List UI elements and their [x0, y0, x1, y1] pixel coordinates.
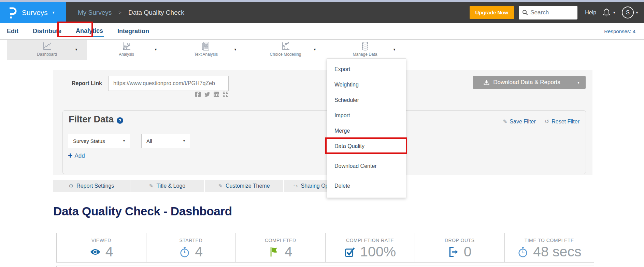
chevron-down-icon[interactable]: ▼: [234, 48, 237, 51]
menu-divider: [327, 156, 406, 156]
filter-field-select[interactable]: Survey Status ▼: [68, 134, 130, 148]
menu-item-merge[interactable]: Merge: [327, 123, 406, 138]
menu-item-download-center[interactable]: Download Center: [327, 158, 406, 174]
title-logo-label: Title & Logo: [156, 183, 185, 189]
chevron-down-icon: ▼: [613, 11, 616, 14]
logout-icon: [448, 246, 459, 258]
download-options-caret[interactable]: ▼: [571, 81, 586, 84]
menu-divider: [327, 176, 406, 176]
multi-line-chart-icon: [121, 41, 132, 51]
tab-choice-modelling[interactable]: Choice Modelling ▼: [246, 40, 325, 60]
tab-dashboard[interactable]: Dashboard ▼: [7, 40, 87, 60]
menu-item-import[interactable]: Import: [327, 108, 406, 123]
menu-item-delete[interactable]: Delete: [327, 178, 406, 193]
line-chart-icon: [42, 41, 52, 51]
qr-code-icon[interactable]: [223, 91, 229, 97]
breadcrumb-my-surveys[interactable]: My Surveys: [78, 9, 112, 16]
flag-icon: [269, 246, 280, 258]
survey-stats-row: VIEWED 4 STARTED 4: [56, 233, 594, 263]
breadcrumb: My Surveys > Data Quality Check: [78, 9, 184, 16]
stopwatch-icon: [517, 246, 529, 258]
reset-filter-label: Reset Filter: [552, 119, 579, 125]
pencil-icon: ✎: [218, 183, 223, 189]
stat-label: STARTED: [179, 238, 202, 243]
share-arrow-icon: ↪: [294, 183, 298, 189]
pencil-icon: ✎: [149, 183, 154, 189]
chevron-down-icon: ▼: [183, 139, 186, 143]
next-section-edge: [56, 266, 594, 267]
avatar-initial: S: [626, 10, 630, 16]
report-settings-label: Report Settings: [76, 183, 114, 189]
customize-theme-button[interactable]: ✎ Customize Theme: [205, 180, 283, 192]
stat-value: 4: [195, 244, 203, 260]
analytics-toolbar: Dashboard ▼ Analysis ▼: [0, 39, 644, 60]
pencil-icon: ✎: [503, 118, 507, 125]
chevron-down-icon[interactable]: ▼: [635, 11, 639, 14]
database-icon: [360, 41, 370, 51]
facebook-icon[interactable]: [195, 91, 201, 97]
chevron-down-icon[interactable]: ▼: [75, 48, 78, 51]
tab-label: Analysis: [119, 52, 134, 57]
download-data-reports-button[interactable]: Download Data & Reports ▼: [473, 76, 586, 89]
menu-item-export[interactable]: Export: [327, 62, 406, 77]
notifications-button[interactable]: ▼: [602, 8, 616, 17]
save-filter-label: Save Filter: [510, 119, 535, 125]
tab-manage-data[interactable]: Manage Data ▼: [325, 40, 405, 60]
surveys-app-menu[interactable]: Surveys ▼: [0, 2, 66, 23]
menu-item-scheduler[interactable]: Scheduler: [327, 92, 406, 108]
twitter-icon[interactable]: [204, 91, 210, 97]
title-logo-button[interactable]: ✎ Title & Logo: [130, 180, 204, 192]
user-avatar[interactable]: S: [622, 6, 634, 18]
help-link[interactable]: Help: [585, 10, 596, 16]
upgrade-now-button[interactable]: Upgrade Now: [470, 6, 514, 19]
tab-analysis[interactable]: Analysis ▼: [87, 40, 166, 60]
help-circle-icon[interactable]: ?: [117, 117, 123, 124]
search-icon: [522, 10, 528, 15]
chevron-down-icon[interactable]: ▼: [393, 48, 396, 51]
nav-item-analytics[interactable]: Analytics: [75, 26, 104, 37]
survey-nav: Edit Distribute Analytics Integration Re…: [0, 23, 644, 39]
filter-value-select[interactable]: All ▼: [141, 134, 190, 148]
add-filter-button[interactable]: + Add: [68, 152, 85, 160]
tab-label: Text Analysis: [194, 52, 218, 57]
nav-item-distribute[interactable]: Distribute: [32, 26, 62, 36]
nav-item-edit[interactable]: Edit: [6, 26, 19, 36]
stat-card-completion-rate: COMPLETION RATE 100%: [325, 233, 415, 263]
checkbox-icon: [344, 246, 356, 258]
nav-item-integration[interactable]: Integration: [117, 26, 150, 36]
app-menu-label: Surveys: [22, 9, 48, 17]
report-link-input[interactable]: [108, 76, 229, 91]
menu-item-weighting[interactable]: Weighting: [327, 77, 406, 92]
newspaper-icon: [201, 41, 211, 51]
chevron-down-icon[interactable]: ▼: [154, 48, 157, 51]
tab-text-analysis[interactable]: Text Analysis ▼: [166, 40, 246, 60]
report-link-label: Report Link: [72, 80, 102, 86]
chevron-down-icon: ▼: [123, 139, 126, 143]
menu-item-data-quality[interactable]: Data Quality: [327, 138, 406, 154]
questionpro-analytics-page: Surveys ▼ My Surveys > Data Quality Chec…: [0, 0, 644, 267]
download-button-label: Download Data & Reports: [493, 79, 560, 86]
reset-filter-button[interactable]: ↺ Reset Filter: [545, 118, 579, 125]
stat-value: 100%: [360, 244, 396, 260]
linkedin-icon[interactable]: [213, 91, 219, 97]
plus-icon: +: [68, 152, 72, 160]
stat-card-drop-outs: DROP OUTS 0: [415, 233, 505, 263]
chevron-down-icon[interactable]: ▼: [313, 48, 316, 51]
page-title: Data Quality Check - Dashboard: [53, 204, 232, 218]
filter-data-title: Filter Data: [69, 114, 114, 125]
stat-value: 4: [105, 244, 113, 260]
filter-value-value: All: [146, 138, 152, 144]
tab-label: Dashboard: [37, 52, 57, 57]
stat-card-completed: COMPLETED 4: [235, 233, 326, 263]
filter-data-section: Filter Data ? ✎ Save Filter ↺ Reset Filt…: [62, 110, 586, 174]
header-right-group: Upgrade Now Help ▼ S ▼: [470, 6, 644, 19]
app-header: Surveys ▼ My Surveys > Data Quality Chec…: [0, 2, 644, 23]
chevron-down-icon: ▼: [52, 11, 55, 14]
search-input[interactable]: [530, 9, 573, 16]
stat-label: TIME TO COMPLETE: [525, 238, 574, 243]
search-box[interactable]: [519, 6, 577, 19]
stat-value: 0: [464, 244, 472, 260]
save-filter-button[interactable]: ✎ Save Filter: [503, 118, 536, 125]
report-settings-button[interactable]: ⚙ Report Settings: [53, 180, 130, 192]
breadcrumb-separator: >: [118, 10, 121, 15]
